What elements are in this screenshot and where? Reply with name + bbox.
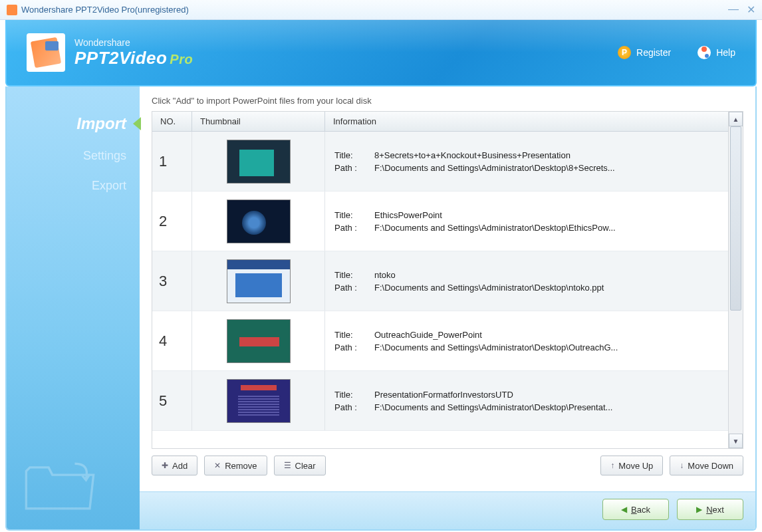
path-label: Path : xyxy=(334,223,374,233)
titlebar: Wondershare PPT2Video Pro(unregistered) … xyxy=(0,0,762,20)
title-value: ntoko xyxy=(374,270,396,280)
title-label: Title: xyxy=(334,330,374,340)
table-row[interactable]: 1 Title:8+Secrets+to+a+Knockout+Business… xyxy=(152,132,728,192)
table-row[interactable]: 4 Title:OutreachGuide_PowerPoint Path :F… xyxy=(152,311,728,371)
sidebar-item-label: Import xyxy=(76,114,126,132)
row-number: 3 xyxy=(152,251,192,311)
scroll-up-button[interactable]: ▲ xyxy=(729,112,743,126)
brand-company: Wondershare xyxy=(74,37,193,48)
arrow-down-icon: ↓ xyxy=(680,461,684,470)
brand-suffix: Pro xyxy=(170,52,193,66)
moveup-button[interactable]: ↑Move Up xyxy=(600,456,663,475)
app-window: Wondershare PPT2Video Pro(unregistered) … xyxy=(0,0,762,532)
table-row[interactable]: 2 Title:EthicsPowerPoint Path :F:\Docume… xyxy=(152,192,728,251)
path-value: F:\Documents and Settings\Administrator\… xyxy=(374,163,615,173)
register-icon: P xyxy=(618,46,631,59)
vertical-scrollbar[interactable]: ▲ ▼ xyxy=(728,112,743,448)
back-button[interactable]: ◀Back xyxy=(602,499,669,520)
sidebar-item-settings[interactable]: Settings xyxy=(7,141,140,171)
main-area: Import Settings Export Click "Add" to im… xyxy=(5,86,757,531)
scroll-thumb[interactable] xyxy=(730,126,741,311)
register-label: Register xyxy=(636,47,671,58)
title-label: Title: xyxy=(334,210,374,220)
table-row[interactable]: 5 Title:PresentationFormatforInvestorsUT… xyxy=(152,371,728,431)
file-table: NO. Thumbnail Information 1 Title:8+Secr… xyxy=(152,111,743,449)
column-information: Information xyxy=(325,116,728,126)
path-label: Path : xyxy=(334,342,374,352)
title-label: Title: xyxy=(334,150,374,160)
help-label: Help xyxy=(716,47,735,58)
sidebar-item-import[interactable]: Import xyxy=(7,106,140,141)
title-value: EthicsPowerPoint xyxy=(374,210,442,220)
thumbnail-icon xyxy=(227,200,291,243)
sidebar: Import Settings Export xyxy=(7,86,140,529)
table-row[interactable]: 3 Title:ntoko Path :F:\Documents and Set… xyxy=(152,251,728,311)
close-button[interactable]: ✕ xyxy=(747,3,755,16)
thumbnail-icon xyxy=(227,140,291,184)
minimize-button[interactable]: — xyxy=(728,3,739,16)
x-icon: ✕ xyxy=(214,461,221,470)
sidebar-item-export[interactable]: Export xyxy=(7,171,140,201)
path-value: F:\Documents and Settings\Administrator\… xyxy=(374,223,616,233)
sidebar-item-label: Export xyxy=(92,179,126,192)
content-panel: Click "Add" to import PowerPoint files f… xyxy=(140,86,755,491)
thumbnail-icon xyxy=(227,379,291,423)
row-number: 2 xyxy=(152,192,192,251)
nav-footer: ◀Back ▶Next xyxy=(140,491,755,529)
brand-product: PPT2Video xyxy=(74,48,167,68)
path-label: Path : xyxy=(334,283,374,293)
toolbar: ✚Add ✕Remove ☰Clear ↑Move Up ↓Move Down xyxy=(152,449,743,482)
table-header: NO. Thumbnail Information xyxy=(152,112,728,132)
app-icon xyxy=(7,5,17,15)
path-value: F:\Documents and Settings\Administrator\… xyxy=(374,342,618,352)
arrow-up-icon: ↑ xyxy=(610,461,614,470)
next-button[interactable]: ▶Next xyxy=(677,499,743,520)
movedown-button[interactable]: ↓Move Down xyxy=(670,456,743,475)
row-number: 4 xyxy=(152,311,192,370)
help-icon xyxy=(698,46,711,59)
brand-text: Wondershare PPT2VideoPro xyxy=(74,37,193,68)
column-no: NO. xyxy=(152,112,192,131)
row-number: 5 xyxy=(152,371,192,430)
path-label: Path : xyxy=(334,402,374,412)
row-number: 1 xyxy=(152,132,192,191)
sidebar-item-label: Settings xyxy=(83,149,126,162)
clear-button[interactable]: ☰Clear xyxy=(274,456,326,475)
arrow-left-icon: ◀ xyxy=(621,505,627,514)
instruction-text: Click "Add" to import PowerPoint files f… xyxy=(152,96,743,106)
folder-decoration-icon xyxy=(20,456,100,516)
add-button[interactable]: ✚Add xyxy=(152,456,197,475)
scroll-down-button[interactable]: ▼ xyxy=(729,434,743,448)
path-value: F:\Documents and Settings\Administrator\… xyxy=(374,402,612,412)
arrow-right-icon: ▶ xyxy=(696,505,702,514)
header-banner: Wondershare PPT2VideoPro P Register Help xyxy=(5,20,757,86)
thumbnail-icon xyxy=(227,319,291,363)
window-title: Wondershare PPT2Video Pro(unregistered) xyxy=(21,5,728,15)
column-thumbnail: Thumbnail xyxy=(192,112,325,131)
plus-icon: ✚ xyxy=(162,461,168,470)
title-label: Title: xyxy=(334,390,374,400)
help-button[interactable]: Help xyxy=(698,46,735,59)
register-button[interactable]: P Register xyxy=(618,46,671,59)
title-value: PresentationFormatforInvestorsUTD xyxy=(374,390,513,400)
title-value: OutreachGuide_PowerPoint xyxy=(374,330,482,340)
title-label: Title: xyxy=(334,270,374,280)
path-value: F:\Documents and Settings\Administrator\… xyxy=(374,283,604,293)
thumbnail-icon xyxy=(227,259,291,303)
brand-icon xyxy=(27,33,65,72)
title-value: 8+Secrets+to+a+Knockout+Business+Present… xyxy=(374,150,571,160)
remove-button[interactable]: ✕Remove xyxy=(204,456,267,475)
path-label: Path : xyxy=(334,163,374,173)
clear-icon: ☰ xyxy=(284,461,291,470)
